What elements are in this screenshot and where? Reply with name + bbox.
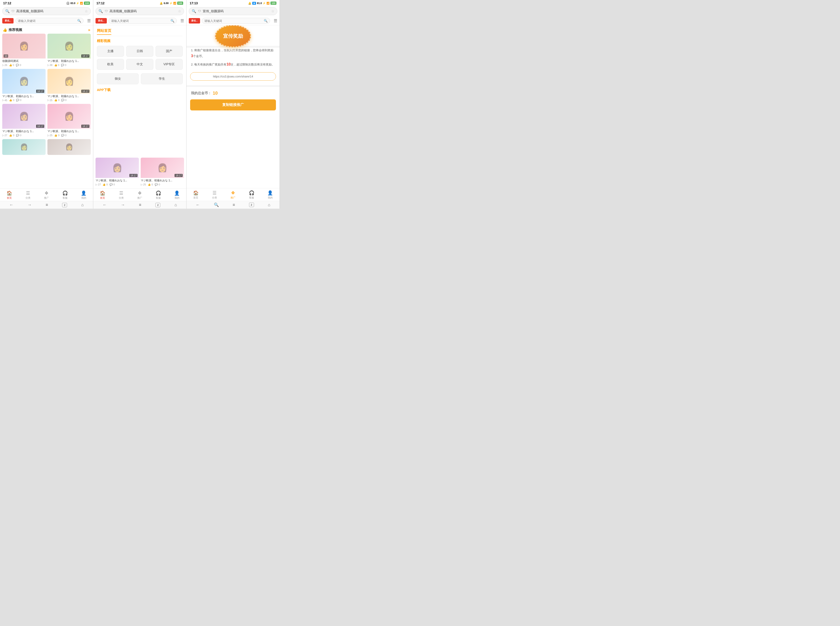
divider-2 [186,85,280,87]
nav-home-3[interactable]: 🏠 首页 [186,190,205,200]
video-title-1-3: マジ軟派、初撮れおな 1... [2,95,45,98]
menu-btn-2[interactable]: ≡ [139,203,141,207]
nav-mine-1[interactable]: 👤 我的 [75,190,93,200]
browser-search-bar-1[interactable]: 🔍 🛡 高清视频_创颜源码 ☆ [2,7,91,15]
nav-category-3[interactable]: ☰ 分类 [205,190,224,200]
nav-service-2[interactable]: 🎧 客服 [149,190,167,200]
nav-promote-label-1: 推广 [44,196,49,200]
nav-promote-3[interactable]: ❖ 推广 [224,190,242,200]
total-coins-value: 10 [213,91,218,96]
home-nav-link[interactable]: 网站首页 [97,28,183,36]
menu-icon-1[interactable]: ☰ [87,18,91,23]
featured-video-title: 精彩视频 [97,39,183,43]
menu-icon-3[interactable]: ☰ [274,18,277,23]
share-link-box[interactable]: https://cs3.ijiuwu.com/share/14 [190,72,276,81]
forward-btn-1[interactable]: → [28,203,31,207]
total-coins-label: 我的总金币： [191,91,211,95]
video-info-1-1: 创颜源码测试 ▷ 26 👍 0 💬 0 [2,58,45,67]
shield-icon-1: 🛡 [11,9,14,13]
app-search-input-3[interactable]: 🔍 [202,18,270,24]
shield-icon-2: 🛡 [105,9,108,13]
video-thumb-1-3: 👩 18:17 [2,69,45,94]
search-btn-3[interactable]: 🔍 [214,202,219,207]
nav-btn-anchor[interactable]: 主播 [97,46,124,57]
back-btn-2[interactable]: ← [103,203,106,207]
nav-promote-1[interactable]: ❖ 推广 [37,190,56,200]
nav-category-1[interactable]: ☰ 分类 [19,190,37,200]
menu-icon-2[interactable]: ☰ [180,18,184,23]
back-btn-1[interactable]: ← [9,203,13,207]
nav-btn-vip[interactable]: VIP专区 [156,59,183,70]
tab-count-2[interactable]: 2 [155,203,160,207]
menu-btn-3[interactable]: ≡ [233,203,235,207]
back-btn-3[interactable]: ← [196,203,200,207]
video-comments-1-3: 💬 0 [16,99,21,102]
tab-count-3[interactable]: 2 [249,203,254,207]
forward-btn-2[interactable]: → [121,203,125,207]
promote-icon-2: ❖ [138,190,142,196]
promotion-badge-title: 宣传奖励 [223,33,243,39]
app-search-input-1[interactable]: 🔍 [16,18,84,24]
bookmark-icon-2[interactable]: ☆ [178,9,181,13]
browser-search-bar-3[interactable]: 🔍 🛡 宣传_创颜源码 ☆ [189,7,277,15]
nav-btn-domestic[interactable]: 国产 [156,46,183,57]
video-thumb-1-5: 👩 18:17 [2,104,45,129]
section-title-text-1: 推荐视频 [9,28,22,32]
home-btn-1[interactable]: ⌂ [81,203,84,207]
video-stats-1-5: ▷ 27 👍 0 💬 0 [2,134,45,137]
search-submit-icon-2[interactable]: 🔍 [171,19,174,23]
overlay-video-2-2[interactable]: 👩 18:17 マジ軟派、初撮れおな 1... ▷ 25 👍 0 💬 0 [141,158,184,186]
nav-service-1[interactable]: 🎧 客服 [56,190,74,200]
search-submit-icon-3[interactable]: 🔍 [264,19,267,23]
nav-service-3[interactable]: 🎧 客服 [242,190,261,200]
nav-btn-western[interactable]: 欧美 [97,59,124,70]
nav-btn-student[interactable]: 学生 [141,74,183,84]
tab-count-1[interactable]: 2 [62,203,67,207]
nav-btn-empress[interactable]: 御女 [97,74,139,84]
overlay-video-2-1[interactable]: 👩 18:17 マジ軟派、初撮れおな 1... ▷ 27 👍 0 💬 0 [95,158,139,186]
nav-home-1[interactable]: 🏠 首页 [0,190,19,200]
status-icons-1: 🎧 83.0 ⚡ 📶 100 [66,2,90,5]
video-card-1-6[interactable]: 👩 18:17 マジ軟派、初撮れおな 1... ▷ 25 👍 0 💬 0 [47,104,91,137]
video-card-1-2[interactable]: 👩 18:17 マジ軟派、初撮れおな 1... ▷ 38 👍 0 💬 0 [47,34,91,67]
nav-mine-label-2: 我的 [175,196,180,200]
browser-search-bar-2[interactable]: 🔍 🛡 高清视频_创颜源码 ☆ [95,7,184,15]
app-header-1: 爱优... 🔍 ☰ [0,17,93,25]
menu-btn-1[interactable]: ≡ [45,203,48,207]
battery-icon: 100 [84,2,90,5]
bookmark-icon-3[interactable]: ☆ [271,9,274,13]
home-btn-3[interactable]: ⌂ [268,203,270,207]
video-card-1-3[interactable]: 👩 18:17 マジ軟派、初撮れおな 1... ▷ 45 👍 0 💬 0 [2,69,45,102]
overlay-thumb-2-2: 👩 18:17 [141,158,184,178]
video-card-1-7[interactable]: 👩 [2,139,45,155]
video-card-1-8[interactable]: 👩 [47,139,91,155]
url-text-3: 宣传_创颜源码 [203,9,269,13]
bookmark-icon-1[interactable]: ☆ [84,9,88,13]
nav-btn-chinese[interactable]: 中文 [126,59,153,70]
more-icon-1[interactable]: » [88,28,90,32]
app-header-3: 爱优... 🔍 ☰ [186,17,280,25]
video-comments-1-2: 💬 0 [61,64,66,67]
home-btn-2[interactable]: ⌂ [175,203,177,207]
video-card-1-4[interactable]: 👩 18:17 マジ軟派、初撮れおな 1... ▷ 25 👍 0 💬 0 [47,69,91,102]
video-comments-1-6: 💬 0 [61,134,66,137]
search-submit-icon-1[interactable]: 🔍 [77,19,81,23]
video-info-1-5: マジ軟派、初撮れおな 1... ▷ 27 👍 0 💬 0 [2,129,45,137]
app-search-input-2[interactable]: 🔍 [109,18,177,24]
video-card-1-5[interactable]: 👩 18:17 マジ軟派、初撮れおな 1... ▷ 27 👍 0 💬 0 [2,104,45,137]
video-card-1-1[interactable]: 👩 10 创颜源码测试 ▷ 26 👍 0 💬 0 [2,34,45,67]
nav-category-2[interactable]: ☰ 分类 [112,190,130,200]
nav-mine-2[interactable]: 👤 我的 [168,190,186,200]
nav-promote-2[interactable]: ❖ 推广 [130,190,149,200]
keyword-input-3[interactable] [204,19,264,23]
keyword-input-1[interactable] [18,19,77,23]
keyword-input-2[interactable] [111,19,171,23]
copy-promote-button[interactable]: 复制链接推广 [190,99,276,110]
rule-1: 1. 将推广链接推送出去，当别人打开您的链接，您将会得到奖励3个金币。 [191,48,275,59]
status-time-3: 17:13 [190,2,198,5]
video-likes-1-3: 👍 0 [9,99,14,102]
nav-home-2[interactable]: 🏠 首页 [93,190,112,200]
nav-btn-jp[interactable]: 日韩 [126,46,153,57]
nav-mine-3[interactable]: 👤 我的 [261,190,280,200]
status-time-2: 17:12 [96,2,105,5]
